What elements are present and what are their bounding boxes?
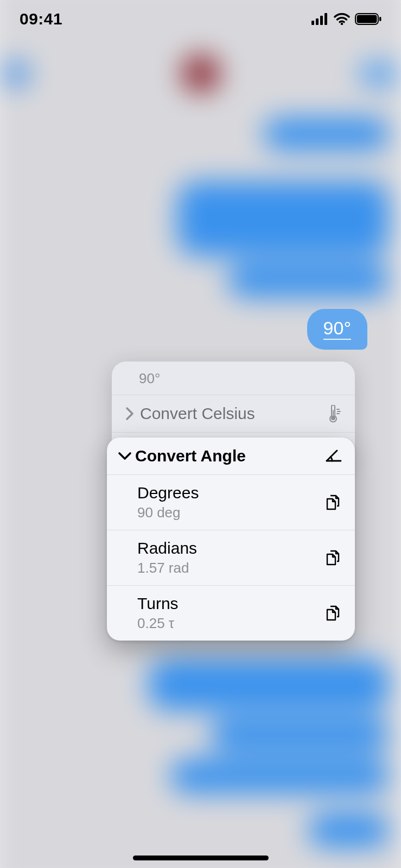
battery-icon — [355, 13, 381, 25]
svg-rect-1 — [316, 18, 319, 25]
convert-celsius-label: Convert Celsius — [140, 404, 324, 423]
thermometer-icon — [324, 405, 343, 422]
turns-row[interactable]: Turns 0.25 τ — [107, 585, 355, 641]
convert-angle-menu: Convert Angle Degrees 90 deg Radians 1.5… — [107, 438, 355, 641]
wifi-icon — [334, 13, 350, 25]
selected-message-text: 90° — [323, 318, 351, 340]
selected-message-bubble[interactable]: 90° — [307, 309, 367, 350]
radians-unit: Radians — [137, 539, 323, 557]
copy-icon[interactable] — [323, 493, 343, 512]
svg-point-4 — [341, 23, 343, 25]
menu-value-header: 90° — [112, 362, 355, 395]
radians-value: 1.57 rad — [137, 560, 323, 576]
turns-unit: Turns — [137, 594, 323, 613]
home-indicator[interactable] — [133, 856, 269, 860]
svg-rect-0 — [311, 21, 314, 25]
svg-rect-3 — [324, 13, 327, 25]
convert-angle-title: Convert Angle — [135, 447, 324, 465]
turns-value: 0.25 τ — [137, 615, 323, 632]
radians-row[interactable]: Radians 1.57 rad — [107, 530, 355, 585]
copy-icon[interactable] — [323, 549, 343, 567]
convert-celsius-row[interactable]: Convert Celsius — [112, 395, 355, 432]
svg-rect-6 — [357, 15, 377, 23]
degrees-value: 90 deg — [137, 504, 323, 521]
degrees-unit: Degrees — [137, 484, 323, 502]
status-time: 09:41 — [20, 10, 62, 28]
degrees-row[interactable]: Degrees 90 deg — [107, 474, 355, 530]
chevron-down-icon — [116, 451, 134, 461]
svg-rect-2 — [320, 16, 323, 25]
copy-icon[interactable] — [323, 604, 343, 623]
status-bar: 09:41 — [0, 0, 401, 33]
chevron-right-icon — [122, 407, 138, 421]
svg-rect-7 — [379, 17, 381, 21]
cellular-icon — [311, 13, 329, 25]
convert-angle-title-row[interactable]: Convert Angle — [107, 438, 355, 474]
angle-icon — [324, 449, 343, 463]
